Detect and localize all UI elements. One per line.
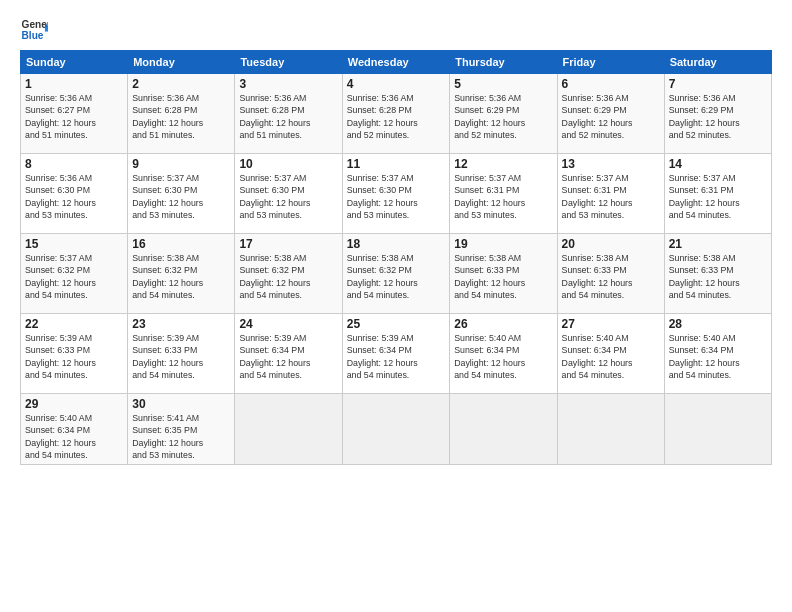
day-number: 3 (239, 77, 337, 91)
day-info: Sunrise: 5:36 AMSunset: 6:28 PMDaylight:… (132, 92, 230, 141)
day-number: 1 (25, 77, 123, 91)
day-info: Sunrise: 5:39 AMSunset: 6:34 PMDaylight:… (347, 332, 446, 381)
day-number: 11 (347, 157, 446, 171)
day-number: 7 (669, 77, 767, 91)
day-info: Sunrise: 5:39 AMSunset: 6:33 PMDaylight:… (132, 332, 230, 381)
day-number: 16 (132, 237, 230, 251)
header: General Blue (20, 16, 772, 44)
calendar-cell (557, 394, 664, 465)
calendar-cell: 14Sunrise: 5:37 AMSunset: 6:31 PMDayligh… (664, 154, 771, 234)
calendar-week-row: 29Sunrise: 5:40 AMSunset: 6:34 PMDayligh… (21, 394, 772, 465)
day-info: Sunrise: 5:37 AMSunset: 6:30 PMDaylight:… (347, 172, 446, 221)
day-number: 15 (25, 237, 123, 251)
calendar-cell: 1Sunrise: 5:36 AMSunset: 6:27 PMDaylight… (21, 74, 128, 154)
calendar-cell (342, 394, 450, 465)
day-number: 2 (132, 77, 230, 91)
calendar-cell: 11Sunrise: 5:37 AMSunset: 6:30 PMDayligh… (342, 154, 450, 234)
calendar-cell: 22Sunrise: 5:39 AMSunset: 6:33 PMDayligh… (21, 314, 128, 394)
day-number: 21 (669, 237, 767, 251)
day-info: Sunrise: 5:36 AMSunset: 6:27 PMDaylight:… (25, 92, 123, 141)
day-info: Sunrise: 5:40 AMSunset: 6:34 PMDaylight:… (454, 332, 552, 381)
day-number: 5 (454, 77, 552, 91)
logo: General Blue (20, 16, 48, 44)
day-number: 8 (25, 157, 123, 171)
calendar-cell: 19Sunrise: 5:38 AMSunset: 6:33 PMDayligh… (450, 234, 557, 314)
day-number: 28 (669, 317, 767, 331)
calendar-cell: 21Sunrise: 5:38 AMSunset: 6:33 PMDayligh… (664, 234, 771, 314)
calendar-cell: 4Sunrise: 5:36 AMSunset: 6:28 PMDaylight… (342, 74, 450, 154)
calendar-cell: 15Sunrise: 5:37 AMSunset: 6:32 PMDayligh… (21, 234, 128, 314)
calendar-cell: 7Sunrise: 5:36 AMSunset: 6:29 PMDaylight… (664, 74, 771, 154)
calendar-cell (450, 394, 557, 465)
svg-text:Blue: Blue (22, 30, 44, 41)
day-info: Sunrise: 5:38 AMSunset: 6:32 PMDaylight:… (347, 252, 446, 301)
day-info: Sunrise: 5:36 AMSunset: 6:29 PMDaylight:… (562, 92, 660, 141)
calendar-cell: 23Sunrise: 5:39 AMSunset: 6:33 PMDayligh… (128, 314, 235, 394)
day-info: Sunrise: 5:40 AMSunset: 6:34 PMDaylight:… (25, 412, 123, 461)
logo-icon: General Blue (20, 16, 48, 44)
day-info: Sunrise: 5:38 AMSunset: 6:33 PMDaylight:… (669, 252, 767, 301)
calendar-header-sunday: Sunday (21, 51, 128, 74)
calendar-cell: 28Sunrise: 5:40 AMSunset: 6:34 PMDayligh… (664, 314, 771, 394)
calendar-cell (235, 394, 342, 465)
calendar-cell: 24Sunrise: 5:39 AMSunset: 6:34 PMDayligh… (235, 314, 342, 394)
calendar-cell: 20Sunrise: 5:38 AMSunset: 6:33 PMDayligh… (557, 234, 664, 314)
svg-marker-3 (45, 27, 48, 32)
calendar-cell: 12Sunrise: 5:37 AMSunset: 6:31 PMDayligh… (450, 154, 557, 234)
day-number: 20 (562, 237, 660, 251)
calendar-cell: 18Sunrise: 5:38 AMSunset: 6:32 PMDayligh… (342, 234, 450, 314)
calendar-cell: 8Sunrise: 5:36 AMSunset: 6:30 PMDaylight… (21, 154, 128, 234)
calendar-cell: 10Sunrise: 5:37 AMSunset: 6:30 PMDayligh… (235, 154, 342, 234)
day-info: Sunrise: 5:36 AMSunset: 6:28 PMDaylight:… (239, 92, 337, 141)
calendar-week-row: 8Sunrise: 5:36 AMSunset: 6:30 PMDaylight… (21, 154, 772, 234)
day-number: 30 (132, 397, 230, 411)
day-number: 13 (562, 157, 660, 171)
calendar-cell: 13Sunrise: 5:37 AMSunset: 6:31 PMDayligh… (557, 154, 664, 234)
calendar-cell: 30Sunrise: 5:41 AMSunset: 6:35 PMDayligh… (128, 394, 235, 465)
calendar-table: SundayMondayTuesdayWednesdayThursdayFrid… (20, 50, 772, 465)
calendar-cell: 3Sunrise: 5:36 AMSunset: 6:28 PMDaylight… (235, 74, 342, 154)
calendar-cell: 27Sunrise: 5:40 AMSunset: 6:34 PMDayligh… (557, 314, 664, 394)
day-number: 27 (562, 317, 660, 331)
day-info: Sunrise: 5:39 AMSunset: 6:33 PMDaylight:… (25, 332, 123, 381)
calendar-cell: 5Sunrise: 5:36 AMSunset: 6:29 PMDaylight… (450, 74, 557, 154)
day-info: Sunrise: 5:36 AMSunset: 6:30 PMDaylight:… (25, 172, 123, 221)
calendar-header-wednesday: Wednesday (342, 51, 450, 74)
day-number: 10 (239, 157, 337, 171)
day-info: Sunrise: 5:37 AMSunset: 6:30 PMDaylight:… (132, 172, 230, 221)
day-number: 26 (454, 317, 552, 331)
day-number: 23 (132, 317, 230, 331)
calendar-header-row: SundayMondayTuesdayWednesdayThursdayFrid… (21, 51, 772, 74)
day-number: 25 (347, 317, 446, 331)
calendar-header-monday: Monday (128, 51, 235, 74)
day-info: Sunrise: 5:41 AMSunset: 6:35 PMDaylight:… (132, 412, 230, 461)
calendar-cell: 9Sunrise: 5:37 AMSunset: 6:30 PMDaylight… (128, 154, 235, 234)
calendar-week-row: 1Sunrise: 5:36 AMSunset: 6:27 PMDaylight… (21, 74, 772, 154)
day-number: 6 (562, 77, 660, 91)
day-info: Sunrise: 5:37 AMSunset: 6:31 PMDaylight:… (669, 172, 767, 221)
calendar-cell: 26Sunrise: 5:40 AMSunset: 6:34 PMDayligh… (450, 314, 557, 394)
day-info: Sunrise: 5:38 AMSunset: 6:32 PMDaylight:… (132, 252, 230, 301)
day-info: Sunrise: 5:39 AMSunset: 6:34 PMDaylight:… (239, 332, 337, 381)
day-number: 17 (239, 237, 337, 251)
day-number: 29 (25, 397, 123, 411)
day-info: Sunrise: 5:37 AMSunset: 6:31 PMDaylight:… (454, 172, 552, 221)
calendar-header-friday: Friday (557, 51, 664, 74)
day-info: Sunrise: 5:37 AMSunset: 6:31 PMDaylight:… (562, 172, 660, 221)
calendar-cell: 6Sunrise: 5:36 AMSunset: 6:29 PMDaylight… (557, 74, 664, 154)
day-info: Sunrise: 5:38 AMSunset: 6:32 PMDaylight:… (239, 252, 337, 301)
day-info: Sunrise: 5:38 AMSunset: 6:33 PMDaylight:… (454, 252, 552, 301)
day-number: 22 (25, 317, 123, 331)
calendar-header-thursday: Thursday (450, 51, 557, 74)
day-info: Sunrise: 5:37 AMSunset: 6:32 PMDaylight:… (25, 252, 123, 301)
calendar-cell: 17Sunrise: 5:38 AMSunset: 6:32 PMDayligh… (235, 234, 342, 314)
day-number: 4 (347, 77, 446, 91)
calendar-cell (664, 394, 771, 465)
calendar-header-saturday: Saturday (664, 51, 771, 74)
day-number: 12 (454, 157, 552, 171)
calendar-cell: 29Sunrise: 5:40 AMSunset: 6:34 PMDayligh… (21, 394, 128, 465)
calendar-week-row: 22Sunrise: 5:39 AMSunset: 6:33 PMDayligh… (21, 314, 772, 394)
day-info: Sunrise: 5:36 AMSunset: 6:29 PMDaylight:… (669, 92, 767, 141)
day-info: Sunrise: 5:38 AMSunset: 6:33 PMDaylight:… (562, 252, 660, 301)
day-info: Sunrise: 5:37 AMSunset: 6:30 PMDaylight:… (239, 172, 337, 221)
